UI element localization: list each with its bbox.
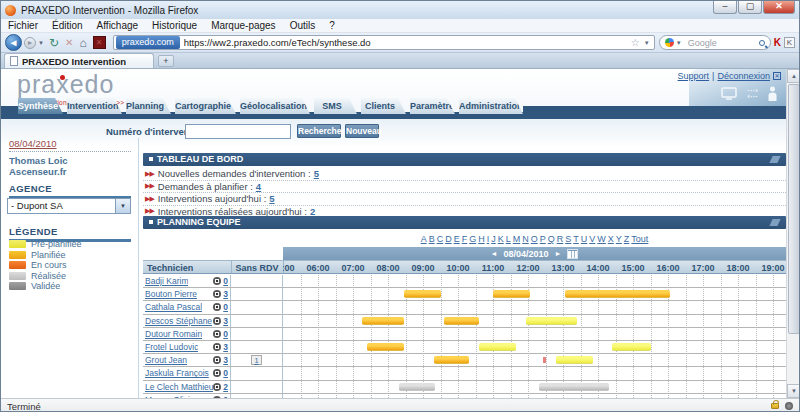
tab-synth-se[interactable]: Synthèse — [18, 98, 63, 114]
addon-icon[interactable]: ✕ — [93, 36, 106, 49]
gantt-bar[interactable] — [565, 290, 670, 298]
close-panel-icon[interactable]: ✕ — [773, 72, 781, 80]
stop-icon[interactable]: ✕ — [65, 37, 73, 48]
gantt-bar[interactable] — [444, 317, 479, 325]
search-engine-dropdown-icon[interactable]: ▼ — [674, 40, 684, 46]
alphabet-link-h[interactable]: H — [478, 234, 485, 244]
agenda-clock-icon[interactable] — [213, 303, 221, 311]
alphabet-link-s[interactable]: S — [565, 234, 571, 244]
scrollbar-thumb[interactable] — [788, 84, 800, 334]
google-icon[interactable] — [665, 38, 674, 47]
new-tab-button[interactable]: + — [158, 55, 174, 67]
dashboard-item-count-link[interactable]: 4 — [256, 181, 261, 192]
alphabet-link-i[interactable]: I — [487, 234, 490, 244]
dashboard-item-count-link[interactable]: 5 — [314, 168, 319, 179]
tab-planning[interactable]: Planning — [126, 98, 171, 114]
search-magnifier-icon[interactable] — [759, 40, 765, 46]
gantt-bar[interactable] — [399, 383, 436, 391]
alphabet-link-b[interactable]: B — [429, 234, 435, 244]
gantt-bar[interactable] — [479, 343, 516, 351]
alphabet-link-f[interactable]: F — [462, 234, 468, 244]
rechercher-button[interactable]: Rechercher — [297, 124, 341, 138]
gantt-bar[interactable] — [539, 383, 609, 391]
agenda-clock-icon[interactable] — [213, 317, 221, 325]
menu-fichier[interactable]: Fichier — [1, 20, 45, 31]
bookmark-star-icon[interactable]: ☆ — [629, 37, 642, 48]
alphabet-link-p[interactable]: P — [540, 234, 546, 244]
menu-?[interactable]: ? — [322, 20, 342, 31]
next-day-arrow[interactable]: ► — [555, 250, 562, 257]
tab-cartographie[interactable]: Cartographie — [175, 98, 236, 114]
intervention-count-link[interactable]: 0 — [223, 276, 228, 286]
tab-interventions[interactable]: Interventions — [67, 98, 122, 114]
menu--dition[interactable]: Édition — [45, 20, 90, 31]
agency-select[interactable]: - Dupont SA ▼ — [7, 198, 131, 214]
tab-sms[interactable]: SMS — [314, 98, 357, 114]
agenda-clock-icon[interactable] — [213, 356, 221, 364]
alphabet-link-w[interactable]: W — [597, 234, 606, 244]
intervention-count-link[interactable]: 2 — [223, 382, 228, 392]
minimize-button[interactable]: – — [713, 1, 737, 14]
alphabet-link-u[interactable]: U — [581, 234, 588, 244]
agenda-clock-icon[interactable] — [213, 343, 221, 351]
search-placeholder[interactable]: Google — [688, 38, 759, 48]
gantt-bar[interactable] — [434, 356, 469, 364]
menu-affichage[interactable]: Affichage — [90, 20, 146, 31]
logout-link[interactable]: Déconnexion — [717, 71, 770, 81]
alphabet-link-c[interactable]: C — [437, 234, 444, 244]
tab-administration[interactable]: Administration — [459, 98, 523, 114]
support-link[interactable]: Support — [678, 71, 710, 81]
intervention-count-link[interactable]: 3 — [223, 342, 228, 352]
gantt-bar[interactable] — [526, 317, 577, 325]
alphabet-link-t[interactable]: T — [573, 234, 579, 244]
browser-tab[interactable]: PRAXEDO Intervention — [4, 53, 154, 68]
alphabet-link-o[interactable]: O — [531, 234, 538, 244]
forward-button[interactable]: ► — [24, 37, 36, 49]
technician-link[interactable]: Dutour Romain — [145, 329, 202, 339]
technician-link[interactable]: Le Clech Matthieu — [145, 382, 213, 392]
prev-day-arrow[interactable]: ◄ — [491, 250, 498, 257]
scroll-down-button[interactable]: ▼ — [787, 384, 800, 398]
vertical-scrollbar[interactable]: ▲ ▼ — [786, 69, 800, 398]
intervention-count-link[interactable]: 0 — [223, 368, 228, 378]
nouveau-button[interactable]: Nouveau — [345, 124, 379, 138]
gantt-bar[interactable] — [493, 290, 530, 298]
technician-link[interactable]: Badji Karim — [145, 276, 188, 286]
kaspersky-icon[interactable]: K — [771, 37, 784, 48]
calendar-icon[interactable] — [567, 249, 578, 259]
agenda-clock-icon[interactable] — [213, 383, 221, 391]
technician-link[interactable]: Jaskula François — [145, 368, 209, 378]
alphabet-link-z[interactable]: Z — [624, 234, 630, 244]
k-badge-icon[interactable]: K — [784, 37, 795, 48]
technician-link[interactable]: Descos Stéphane — [145, 316, 212, 326]
back-button[interactable]: ◄ — [5, 34, 22, 51]
web-search-box[interactable]: ▼ Google — [659, 35, 771, 50]
alphabet-link-x[interactable]: X — [608, 234, 614, 244]
alphabet-link-r[interactable]: R — [557, 234, 564, 244]
intervention-count-link[interactable]: 0 — [223, 302, 228, 312]
technician-link[interactable]: Frotel Ludovic — [145, 342, 198, 352]
alphabet-link-m[interactable]: M — [513, 234, 521, 244]
select-dropdown-icon[interactable]: ▼ — [115, 199, 130, 213]
technician-link[interactable]: Cathala Pascal — [145, 302, 202, 312]
alphabet-link-e[interactable]: E — [454, 234, 460, 244]
sans-rdv-badge[interactable]: 1 — [251, 355, 262, 365]
tab-param-tres[interactable]: Paramètres — [410, 98, 455, 114]
gantt-bar[interactable] — [367, 343, 404, 351]
alphabet-link-a[interactable]: A — [421, 234, 427, 244]
gantt-bar[interactable] — [362, 317, 404, 325]
intervention-number-input[interactable] — [185, 124, 291, 139]
refresh-icon[interactable]: ↻ — [49, 36, 59, 50]
close-button[interactable]: ✕ — [763, 1, 795, 14]
alphabet-link-g[interactable]: G — [469, 234, 476, 244]
url-dropdown-icon[interactable]: ▼ — [642, 40, 652, 46]
menu-outils[interactable]: Outils — [283, 20, 323, 31]
alphabet-link-l[interactable]: L — [506, 234, 511, 244]
menu-historique[interactable]: Historique — [145, 20, 204, 31]
agenda-clock-icon[interactable] — [213, 369, 221, 377]
sidebar-date-link[interactable]: 08/04/2010 — [9, 138, 57, 149]
intervention-count-link[interactable]: 0 — [223, 329, 228, 339]
history-dropdown-icon[interactable]: ▼ — [36, 40, 46, 46]
alphabet-link-n[interactable]: N — [522, 234, 529, 244]
agenda-clock-icon[interactable] — [213, 330, 221, 338]
